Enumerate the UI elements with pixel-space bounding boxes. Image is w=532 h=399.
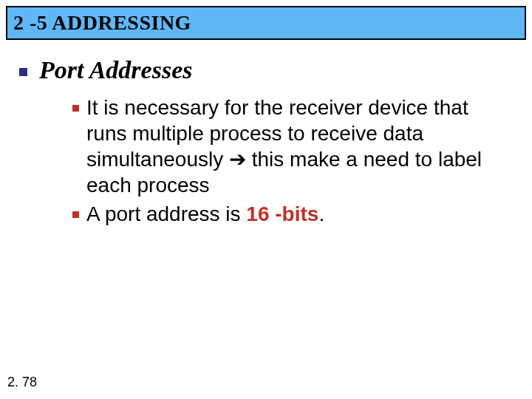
list-item: It is necessary for the receiver device …	[72, 95, 510, 198]
square-bullet-icon	[72, 105, 79, 112]
sub-bullet-list: It is necessary for the receiver device …	[72, 95, 510, 227]
square-bullet-icon	[72, 211, 79, 218]
heading-text: Port Addresses	[39, 56, 192, 84]
bullet-text-2: A port address is 16 -bits.	[86, 201, 324, 227]
content-area: Port Addresses It is necessary for the r…	[19, 56, 517, 230]
title-bar: 2 -5 ADDRESSING	[6, 6, 526, 40]
slide: 2 -5 ADDRESSING Port Addresses It is nec…	[0, 0, 532, 399]
text-fragment: .	[318, 202, 324, 225]
bits-emphasis: 16 -bits	[246, 202, 318, 225]
heading-row: Port Addresses	[19, 56, 517, 84]
text-fragment: A port address is	[86, 202, 246, 225]
list-item: A port address is 16 -bits.	[72, 201, 510, 227]
page-number: 2. 78	[7, 375, 37, 390]
bullet-text-1: It is necessary for the receiver device …	[86, 95, 510, 198]
square-bullet-icon	[19, 68, 27, 76]
slide-title: 2 -5 ADDRESSING	[13, 11, 191, 35]
arrow-icon: ➔	[229, 148, 246, 171]
